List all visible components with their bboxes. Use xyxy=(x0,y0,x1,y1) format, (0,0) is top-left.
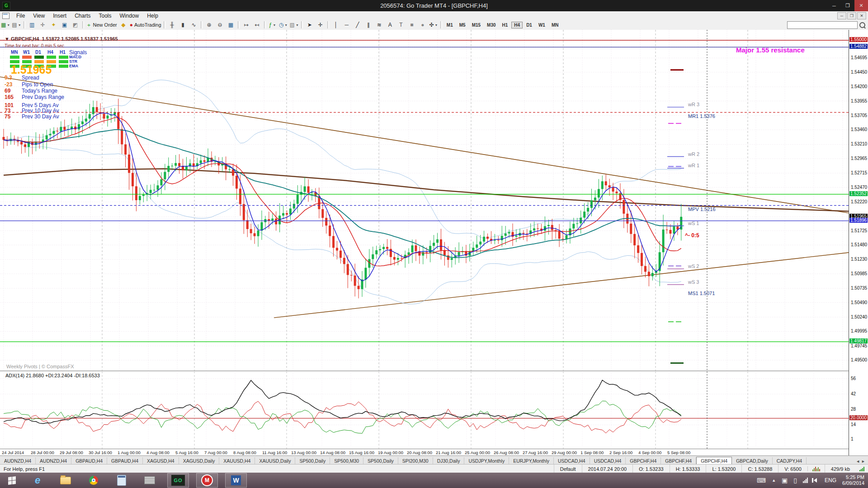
chrome-taskbar-icon[interactable] xyxy=(83,474,104,487)
main-chart-canvas[interactable]: wR 3MR1 1.5376wR 2wR 1MPV 1.5216wS 1wS 2… xyxy=(0,30,849,371)
auto-scroll-button[interactable]: ↦ xyxy=(241,20,251,29)
cursor-button[interactable]: ➤ xyxy=(305,20,315,29)
symbol-tab[interactable]: SP500,Daily xyxy=(363,457,398,465)
mdi-close-button[interactable]: ✕ xyxy=(857,12,866,19)
zoom-in-button[interactable]: ⊕ xyxy=(204,20,214,29)
trendline-tool-button[interactable]: ╱ xyxy=(353,20,363,29)
go-trader-taskbar-icon[interactable]: GO xyxy=(167,473,189,488)
mdi-restore-button[interactable]: ❐ xyxy=(847,12,856,19)
search-input[interactable] xyxy=(787,21,858,29)
metaeditor-button[interactable]: ◆ xyxy=(118,20,128,29)
tile-windows-button[interactable]: ▦ xyxy=(226,20,236,29)
explorer-taskbar-icon[interactable] xyxy=(55,474,76,487)
market-watch-button[interactable]: ▥ xyxy=(27,20,37,29)
symbol-tab[interactable]: USDJPY,Monthly xyxy=(464,457,509,465)
timeframe-mn-button[interactable]: MN xyxy=(549,22,561,28)
language-indicator[interactable]: ENG xyxy=(825,477,836,483)
periods-button[interactable]: ◷▼ xyxy=(278,20,288,29)
symbol-tab[interactable]: XAUUSD,H4 xyxy=(219,457,255,465)
symbol-tab[interactable]: GBPCHF,H4 xyxy=(661,457,696,465)
menu-tools[interactable]: Tools xyxy=(95,13,116,19)
data-window-button[interactable]: ✛ xyxy=(38,20,48,29)
fibonacci-tool-button[interactable]: ≋ xyxy=(374,20,384,29)
timeframe-m15-button[interactable]: M15 xyxy=(469,22,483,28)
new-chart-button[interactable]: ▦▼ xyxy=(0,20,10,29)
tab-scroll-right-icon[interactable]: ► xyxy=(861,459,865,464)
timeframe-d1-button[interactable]: D1 xyxy=(524,22,535,28)
date-axis[interactable]: 24 Jul 201428 Jul 00:0029 Jul 08:0030 Ju… xyxy=(0,449,849,455)
symbol-tab[interactable]: GBPAUD,H4 xyxy=(71,457,107,465)
symbol-tab[interactable]: GBPCHF,H4 xyxy=(626,457,661,465)
terminal-button[interactable]: ▣ xyxy=(60,20,70,29)
network-icon[interactable] xyxy=(803,478,808,483)
start-button[interactable] xyxy=(0,473,24,488)
mt4-taskbar-icon[interactable]: M xyxy=(196,473,218,488)
symbol-tab[interactable]: DJ30,Daily xyxy=(433,457,465,465)
rectangle-tool-button[interactable]: ■ xyxy=(407,20,417,29)
chart-shift-button[interactable]: ↤ xyxy=(252,20,262,29)
menu-charts[interactable]: Charts xyxy=(71,13,94,19)
timeframe-w1-button[interactable]: W1 xyxy=(536,22,548,28)
text-tool-button[interactable]: A xyxy=(385,20,395,29)
menu-help[interactable]: Help xyxy=(143,13,162,19)
indicators-button[interactable]: ƒ▼ xyxy=(268,20,278,29)
symbol-tab[interactable]: GBPAUD,H4 xyxy=(107,457,143,465)
symbol-tab[interactable]: SP500,Daily xyxy=(295,457,330,465)
symbol-tab[interactable]: USDCAD,H4 xyxy=(554,457,590,465)
tab-scroll-left-icon[interactable]: ◄ xyxy=(856,459,860,464)
horizontal-line-tool-button[interactable]: ─ xyxy=(342,20,352,29)
minimize-button[interactable]: ─ xyxy=(827,0,841,11)
symbol-tab[interactable]: SPI200,M30 xyxy=(398,457,433,465)
profiles-button[interactable]: ▤▼ xyxy=(11,20,21,29)
timeframe-m30-button[interactable]: M30 xyxy=(484,22,498,28)
menu-insert[interactable]: Insert xyxy=(49,13,71,19)
close-button[interactable]: ✕ xyxy=(854,0,868,11)
label-tool-button[interactable]: T xyxy=(396,20,406,29)
ellipse-tool-button[interactable]: ● xyxy=(418,20,428,29)
clock[interactable]: 5:25 PM 6/09/2014 xyxy=(842,474,864,486)
adx-indicator-canvas[interactable] xyxy=(0,371,849,449)
symbol-tab[interactable]: XAGUSD,H4 xyxy=(143,457,179,465)
channel-tool-button[interactable]: ∥ xyxy=(363,20,373,29)
power-icon[interactable]: ▯ xyxy=(793,477,797,484)
symbol-tab[interactable]: AUDNZD,H4 xyxy=(36,457,71,465)
mdi-minimize-button[interactable]: ─ xyxy=(837,12,846,19)
zoom-out-button[interactable]: ⊖ xyxy=(215,20,225,29)
display-icon[interactable]: ▣ xyxy=(782,477,788,484)
line-mode-button[interactable]: ∿ xyxy=(189,20,199,29)
hidden-icons-chevron[interactable]: ▲ xyxy=(772,478,776,483)
vertical-line-tool-button[interactable]: │ xyxy=(331,20,341,29)
chart-window-icon[interactable] xyxy=(2,13,9,19)
word-taskbar-icon[interactable]: W xyxy=(225,473,247,488)
calculator-taskbar-icon[interactable] xyxy=(111,474,132,487)
bar-chart-mode-button[interactable]: ╫ xyxy=(167,20,177,29)
menu-view[interactable]: View xyxy=(29,13,49,19)
menu-window[interactable]: Window xyxy=(116,13,143,19)
symbol-tab[interactable]: USDCAD,H4 xyxy=(590,457,626,465)
arrows-tool-button[interactable]: ✣▼ xyxy=(429,20,439,29)
symbol-tab[interactable]: SP500,M30 xyxy=(330,457,363,465)
timeframe-m1-button[interactable]: M1 xyxy=(444,22,456,28)
candle-mode-button[interactable]: ▮ xyxy=(178,20,188,29)
symbol-tab[interactable]: AUDNZD,H4 xyxy=(0,457,36,465)
keyboard-app-taskbar-icon[interactable] xyxy=(139,474,160,487)
timeframe-h4-button[interactable]: H4 xyxy=(511,22,523,28)
symbol-tab[interactable]: XAUUSD,Daily xyxy=(255,457,295,465)
restore-button[interactable]: ❐ xyxy=(841,0,854,11)
volume-icon[interactable] xyxy=(814,478,817,483)
timeframe-m5-button[interactable]: M5 xyxy=(457,22,468,28)
ie-taskbar-icon[interactable]: e xyxy=(27,474,48,487)
price-axis[interactable]: 1.546951.544501.542001.539551.537051.534… xyxy=(849,30,868,455)
strategy-tester-button[interactable]: ◩ xyxy=(71,20,80,29)
menu-file[interactable]: File xyxy=(12,13,29,19)
autotrading-button[interactable]: ●AutoTrading xyxy=(129,20,162,29)
templates-button[interactable]: ▧▼ xyxy=(289,20,299,29)
crosshair-button[interactable]: ✛ xyxy=(316,20,326,29)
symbol-tab[interactable]: EURJPY,Monthly xyxy=(509,457,554,465)
symbol-tab[interactable]: XAGUSD,Daily xyxy=(179,457,220,465)
symbol-tab[interactable]: GBPCAD,Daily xyxy=(732,457,773,465)
touch-keyboard-icon[interactable]: ⌨ xyxy=(757,477,766,484)
navigator-button[interactable]: ✦ xyxy=(49,20,59,29)
symbol-tab[interactable]: CADJPY,H4 xyxy=(773,457,807,465)
timeframe-h1-button[interactable]: H1 xyxy=(500,22,511,28)
